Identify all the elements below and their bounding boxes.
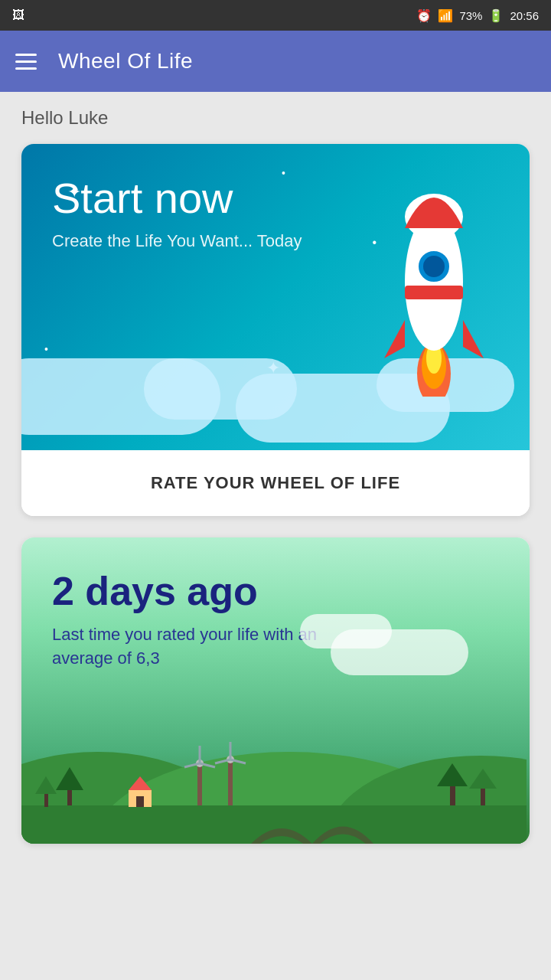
rate-wheel-action[interactable]: RATE YOUR WHEEL OF LIFE bbox=[21, 450, 530, 516]
days-ago-subtitle: Last time you rated your life with an av… bbox=[52, 623, 343, 671]
main-content: Hello Luke ✦ • • • ✦ Start now Create th… bbox=[0, 92, 551, 880]
battery-text: 73% bbox=[459, 9, 482, 22]
landscape-illustration bbox=[21, 691, 527, 844]
svg-rect-21 bbox=[228, 760, 233, 805]
greeting-text: Hello Luke bbox=[21, 107, 530, 129]
days-ago-title: 2 days ago bbox=[52, 568, 499, 614]
rate-button-label: RATE YOUR WHEEL OF LIFE bbox=[151, 473, 400, 492]
svg-point-6 bbox=[423, 256, 445, 277]
start-now-card[interactable]: ✦ • • • ✦ Start now Create the Life You … bbox=[21, 144, 530, 516]
status-bar: 🖼 ⏰ 📶 73% 🔋 20:56 bbox=[0, 0, 551, 31]
app-bar: Wheel Of Life bbox=[0, 31, 551, 92]
cloud-white-2 bbox=[300, 614, 392, 648]
photo-icon: 🖼 bbox=[12, 8, 24, 22]
last-rating-banner: 2 days ago Last time you rated your life… bbox=[21, 537, 530, 844]
last-rating-card[interactable]: 2 days ago Last time you rated your life… bbox=[21, 537, 530, 844]
battery-icon: 🔋 bbox=[488, 8, 504, 23]
start-now-banner: ✦ • • • ✦ Start now Create the Life You … bbox=[21, 144, 530, 450]
svg-rect-11 bbox=[21, 805, 527, 844]
alarm-icon: ⏰ bbox=[416, 8, 432, 23]
hamburger-menu[interactable] bbox=[15, 54, 37, 70]
svg-rect-28 bbox=[136, 796, 144, 807]
wifi-icon: 📶 bbox=[438, 8, 453, 23]
app-title: Wheel Of Life bbox=[58, 49, 193, 74]
rocket-illustration bbox=[377, 159, 499, 404]
time-display: 20:56 bbox=[510, 9, 539, 22]
svg-rect-16 bbox=[197, 763, 202, 805]
svg-rect-7 bbox=[405, 286, 463, 299]
